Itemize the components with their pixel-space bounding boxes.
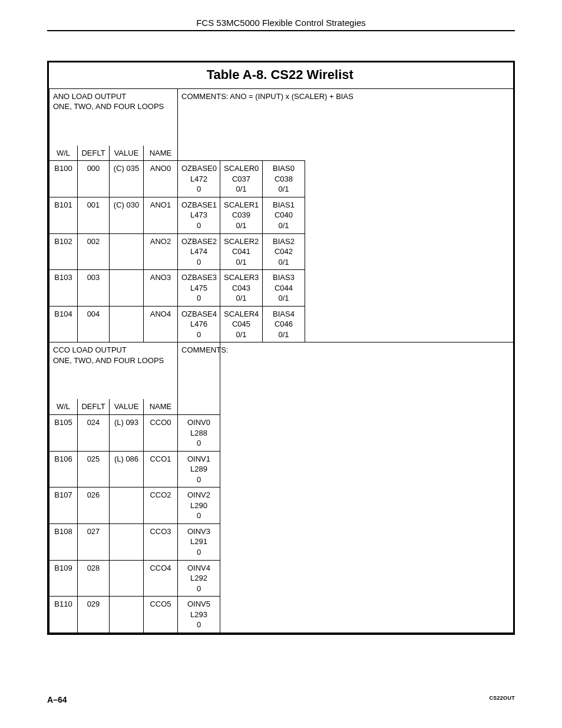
cell <box>110 233 144 270</box>
section2-name: CCO LOAD OUTPUT ONE, TWO, AND FOUR LOOPS <box>53 345 164 365</box>
table-row: B110029CCO5OINV5L2930 <box>49 597 514 633</box>
cell: B104 <box>49 306 78 342</box>
cell: B107 <box>49 487 78 524</box>
cell: 027 <box>78 523 110 560</box>
cell-blank <box>220 451 514 487</box>
cell-blank <box>220 597 514 633</box>
cell: ANO4 <box>144 306 178 342</box>
cell: B108 <box>49 523 78 560</box>
cell: 002 <box>78 233 110 270</box>
table-row: B100000(C) 035ANO0OZBASE0L4720SCALER0C03… <box>49 161 514 197</box>
section2-header-row: CCO LOAD OUTPUT ONE, TWO, AND FOUR LOOPS… <box>49 342 514 395</box>
section2-comments: COMMENTS: <box>178 342 220 395</box>
table-row: B108027CCO3OINV3L2910 <box>49 523 514 560</box>
cell: 026 <box>78 487 110 524</box>
cell: OINV5L2930 <box>178 597 220 633</box>
col-value: VALUE <box>110 146 144 161</box>
cell: OINV0L2880 <box>178 414 220 451</box>
cell: CCO3 <box>144 523 178 560</box>
cell: BIAS4C0460/1 <box>263 306 305 342</box>
cell: SCALER2C0410/1 <box>220 233 263 270</box>
cell: OINV2L2900 <box>178 487 220 524</box>
cell: ANO3 <box>144 270 178 307</box>
cell: SCALER1C0390/1 <box>220 197 263 233</box>
table-title: Table A-8. CS22 Wirelist <box>49 62 514 88</box>
cell: B102 <box>49 233 78 270</box>
cell: B103 <box>49 270 78 307</box>
cell: OZBASE1L4730 <box>178 197 220 233</box>
cell: BIAS2C0420/1 <box>263 233 305 270</box>
cell: 029 <box>78 597 110 633</box>
cell-blank <box>305 270 514 307</box>
cell: 028 <box>78 560 110 597</box>
cell-blank <box>220 487 514 524</box>
col-blank <box>178 146 514 161</box>
table-row: B109028CCO4OINV4L2920 <box>49 560 514 597</box>
table-row: B103003ANO3OZBASE3L4750SCALER3C0430/1BIA… <box>49 270 514 307</box>
cell <box>110 306 144 342</box>
cell-blank <box>305 197 514 233</box>
section2-name-cell: CCO LOAD OUTPUT ONE, TWO, AND FOUR LOOPS <box>49 342 178 400</box>
cell: BIAS1C0400/1 <box>263 197 305 233</box>
cell: (C) 035 <box>110 161 144 197</box>
section1-header-row: ANO LOAD OUTPUT ONE, TWO, AND FOUR LOOPS… <box>49 88 514 143</box>
col-wl: W/L <box>49 146 78 161</box>
cell: 003 <box>78 270 110 307</box>
page-header: FCS 53MC5000 Flexible Control Strategies <box>47 18 515 31</box>
cell: CCO4 <box>144 560 178 597</box>
cell: BIAS3C0440/1 <box>263 270 305 307</box>
cell: OZBASE4L4760 <box>178 306 220 342</box>
page-number: A–64 <box>47 695 67 704</box>
cell: 000 <box>78 161 110 197</box>
table-row: B107026CCO2OINV2L2900 <box>49 487 514 524</box>
section1-col-headers: W/L DEFLT VALUE NAME <box>49 146 514 161</box>
page-code: CS22OUT <box>489 695 515 701</box>
cell: B100 <box>49 161 78 197</box>
cell: CCO5 <box>144 597 178 633</box>
cell: 004 <box>78 306 110 342</box>
cell: OZBASE3L4750 <box>178 270 220 307</box>
table-row: B106025(L) 086CCO1OINV1L2890 <box>49 451 514 487</box>
cell-blank <box>305 306 514 342</box>
cell: (L) 086 <box>110 451 144 487</box>
col-name: NAME <box>144 399 178 414</box>
cell <box>110 560 144 597</box>
col-name: NAME <box>144 146 178 161</box>
col-value: VALUE <box>110 399 144 414</box>
cell: OZBASE2L4740 <box>178 233 220 270</box>
col-deflt: DEFLT <box>78 399 110 414</box>
cell: SCALER4C0450/1 <box>220 306 263 342</box>
table-row: B102002ANO2OZBASE2L4740SCALER2C0410/1BIA… <box>49 233 514 270</box>
cell: CCO0 <box>144 414 178 451</box>
cell: OZBASE0L4720 <box>178 161 220 197</box>
cell: B110 <box>49 597 78 633</box>
page: FCS 53MC5000 Flexible Control Strategies… <box>0 0 562 728</box>
cell <box>110 487 144 524</box>
table-row: B101001(C) 030ANO1OZBASE1L4730SCALER1C03… <box>49 197 514 233</box>
cell-blank <box>305 161 514 197</box>
cell: SCALER0C0370/1 <box>220 161 263 197</box>
cell: 001 <box>78 197 110 233</box>
cell <box>110 270 144 307</box>
table-row: B104004ANO4OZBASE4L4760SCALER4C0450/1BIA… <box>49 306 514 342</box>
table-row: B105024(L) 093CCO0OINV0L2880 <box>49 414 514 451</box>
cell: (C) 030 <box>110 197 144 233</box>
section1-comments: COMMENTS: ANO = (INPUT) x (SCALER) + BIA… <box>178 88 514 143</box>
cell-blank <box>305 233 514 270</box>
cell: 025 <box>78 451 110 487</box>
cell-blank <box>220 414 514 451</box>
cell: OINV4L2920 <box>178 560 220 597</box>
cell: ANO1 <box>144 197 178 233</box>
col-blank <box>178 399 220 414</box>
page-footer: A–64 CS22OUT <box>47 695 515 704</box>
col-deflt: DEFLT <box>78 146 110 161</box>
cell: OINV3L2910 <box>178 523 220 560</box>
cell <box>110 523 144 560</box>
cell: B101 <box>49 197 78 233</box>
cell: (L) 093 <box>110 414 144 451</box>
wirelist-table-frame: Table A-8. CS22 Wirelist ANO LOAD OUTPUT… <box>47 61 515 635</box>
cell: SCALER3C0430/1 <box>220 270 263 307</box>
cell: B106 <box>49 451 78 487</box>
cell: BIAS0C0380/1 <box>263 161 305 197</box>
section1-name: ANO LOAD OUTPUT ONE, TWO, AND FOUR LOOPS <box>53 92 164 111</box>
